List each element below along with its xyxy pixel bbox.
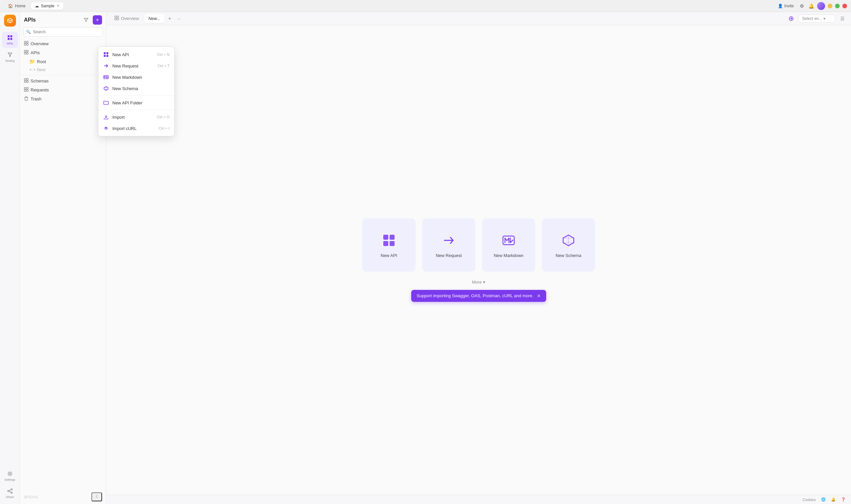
tree-item-schemas[interactable]: Schemas ▸ (20, 76, 106, 86)
requests-item-label: Requests (31, 87, 98, 92)
content-tab-new[interactable]: New... (144, 14, 164, 23)
cookies-label: Cookies (802, 498, 816, 502)
tab-close-icon[interactable]: ✕ (56, 4, 59, 8)
cookies-button[interactable]: Cookies (802, 498, 816, 502)
svg-rect-2 (10, 35, 12, 37)
new-btn-row[interactable]: + + New (20, 66, 106, 73)
window-close-button[interactable] (843, 4, 847, 8)
toast-notification: Support importing Swagger, OAS, Postman,… (411, 290, 546, 302)
file-tree-panel: APIs + 🔍 (20, 12, 106, 504)
main-body: New API New Request (106, 25, 851, 495)
notifications-icon-btn[interactable]: 🔔 (808, 3, 814, 9)
bottom-bar: Cookies 🌐 🔔 ❓ (106, 495, 851, 504)
sidebar-item-settings[interactable]: Settings (2, 468, 18, 484)
menu-new-folder-icon (103, 100, 109, 106)
app-logo (4, 15, 16, 26)
menu-import-icon (103, 114, 109, 120)
menu-new-api-icon (103, 52, 109, 57)
add-button[interactable]: + (93, 15, 102, 24)
tree-item-root[interactable]: 📁 Root (20, 57, 106, 66)
card-new-schema-label: New Schema (556, 253, 581, 258)
tree-item-trash[interactable]: Trash (20, 94, 106, 103)
svg-rect-26 (106, 52, 108, 54)
svg-rect-37 (383, 241, 388, 246)
card-api-icon (380, 232, 398, 249)
sidebar-item-testing[interactable]: Testing (2, 49, 18, 65)
card-new-markdown[interactable]: New Markdown (482, 218, 535, 272)
menu-new-request-shortcut: Ctrl + T (158, 64, 169, 68)
tree-item-requests[interactable]: Requests ▸ (20, 86, 106, 94)
menu-item-new-request[interactable]: New Request Ctrl + T (98, 60, 174, 71)
svg-rect-16 (26, 53, 28, 54)
sample-cloud-icon: ☁ (35, 4, 39, 8)
collapse-button[interactable] (91, 492, 102, 501)
new-plus-icon: + (29, 67, 32, 72)
svg-rect-31 (117, 16, 119, 18)
menu-item-new-markdown[interactable]: New Markdown (98, 71, 174, 83)
overview-item-label: Overview (31, 41, 102, 46)
content-tab-overview[interactable]: Overview (110, 14, 143, 23)
avatar[interactable] (817, 2, 825, 10)
card-new-api[interactable]: New API (362, 218, 416, 272)
trash-item-label: Trash (31, 96, 102, 102)
tab-add-button[interactable]: + (165, 15, 174, 23)
env-select[interactable]: Select en... ▾ (798, 15, 835, 23)
invite-button[interactable]: 👤 Invite (776, 3, 796, 9)
tab-overview-icon (114, 16, 119, 21)
menu-new-schema-label: New Schema (112, 86, 138, 91)
svg-rect-35 (383, 235, 388, 240)
icon-sidebar: APIs Testing Settings (0, 12, 20, 504)
menu-item-new-api-folder[interactable]: New API Folder (98, 97, 174, 108)
card-new-request-label: New Request (436, 253, 462, 258)
sidebar-item-share[interactable]: Share (2, 485, 18, 501)
card-markdown-icon (500, 232, 517, 249)
svg-rect-38 (390, 241, 395, 246)
card-new-schema[interactable]: New Schema (542, 218, 595, 272)
bottom-globe-icon[interactable]: 🌐 (821, 497, 826, 502)
maximize-button[interactable] (835, 4, 840, 8)
bottom-bell-icon[interactable]: 🔔 (831, 497, 836, 502)
tab-home[interactable]: 🏠 Home (4, 2, 30, 10)
content-tab-overview-label: Overview (121, 16, 139, 21)
settings-icon-btn[interactable]: ⚙ (798, 3, 805, 9)
sync-icon-btn[interactable] (786, 14, 796, 23)
menu-new-markdown-icon (103, 74, 109, 80)
search-input[interactable] (23, 27, 103, 37)
file-tree-header: APIs + (20, 12, 106, 27)
file-tree-footer: APIDOG (20, 490, 106, 504)
svg-rect-12 (26, 43, 28, 45)
menu-new-markdown-label: New Markdown (112, 75, 142, 80)
svg-rect-14 (26, 50, 28, 52)
svg-rect-27 (104, 55, 106, 57)
toast-close-button[interactable]: ✕ (537, 293, 541, 299)
menu-icon-btn[interactable]: ☰ (838, 14, 847, 23)
filter-button[interactable] (82, 15, 91, 24)
svg-point-7 (8, 490, 9, 492)
apis-item-icon (24, 50, 29, 55)
testing-icon (7, 52, 13, 59)
dropdown-menu: New API Ctrl + N New Request Ctrl + T (98, 47, 175, 136)
menu-import-label: Import (112, 115, 125, 120)
file-tree-actions: + (82, 15, 102, 24)
menu-item-import[interactable]: Import Ctrl + O (98, 111, 174, 123)
tab-more-button[interactable]: ··· (175, 15, 183, 23)
menu-item-new-schema[interactable]: New Schema (98, 83, 174, 94)
svg-rect-24 (26, 90, 28, 91)
menu-new-schema-icon (103, 86, 109, 91)
env-select-value: Select en... (802, 16, 822, 21)
cards-grid: New API New Request (362, 218, 595, 272)
tab-sample[interactable]: ☁ Sample ✕ (31, 2, 64, 10)
app-window: 🏠 Home ☁ Sample ✕ 👤 Invite ⚙ 🔔 (0, 0, 851, 504)
sidebar-item-apis[interactable]: APIs (2, 32, 18, 48)
menu-item-new-api[interactable]: New API Ctrl + N (98, 49, 174, 60)
search-icon: 🔍 (26, 30, 31, 34)
tree-item-overview[interactable]: Overview (20, 39, 106, 48)
settings-nav-label: Settings (4, 479, 15, 481)
minimize-button[interactable] (828, 4, 832, 8)
menu-item-import-curl[interactable]: Import cURL Ctrl + I (98, 123, 174, 134)
tree-item-apis[interactable]: APIs ▾ (20, 48, 106, 57)
card-new-request[interactable]: New Request (422, 218, 475, 272)
bottom-help-icon[interactable]: ❓ (841, 497, 846, 502)
more-row[interactable]: More ▾ (472, 280, 486, 285)
menu-new-request-icon (103, 63, 109, 69)
